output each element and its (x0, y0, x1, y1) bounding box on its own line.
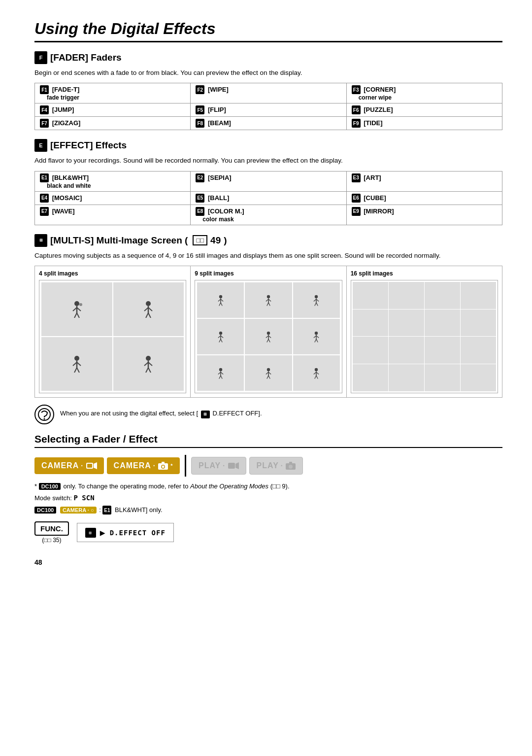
svg-line-5 (77, 313, 79, 318)
svg-rect-83 (87, 464, 92, 468)
fader-icon: F (34, 51, 47, 64)
page-ref-num: 49 (210, 235, 221, 246)
effect-header: E [EFFECT] Effects (34, 139, 502, 152)
svg-line-53 (267, 339, 268, 342)
tip-text: When you are not using the digital effec… (60, 405, 262, 418)
colorm-label: [COLOR M.] (208, 207, 244, 214)
effect-item-7: E7 [WAVE] (35, 205, 191, 225)
fader-item-7: F7 [ZIGZAG] (35, 117, 191, 130)
corner-sub: corner wipe (352, 94, 497, 101)
svg-point-19 (146, 356, 151, 361)
f3-badge: F3 (352, 85, 361, 94)
play-photo-button[interactable]: PLAY · (249, 457, 303, 475)
blkwht-label: [BLK&WHT] (52, 173, 89, 181)
dc100-camera-note: DC100 CAMERA · ○ : E1 BLK&WHT] only. (34, 506, 502, 515)
effect-item-9: E9 [MIRROR] (346, 205, 502, 225)
effect-description: Add flavor to your recordings. Sound wil… (34, 156, 502, 166)
svg-line-24 (148, 368, 151, 373)
f8-badge: F8 (196, 119, 204, 128)
fader-item-9: F9 [TIDE] (346, 117, 502, 130)
split-cell (41, 282, 112, 336)
split-cell (353, 309, 388, 337)
asterisk: * (170, 463, 173, 469)
camera-photo-label: CAMERA (114, 461, 151, 470)
svg-point-61 (219, 368, 222, 371)
table-row: F1 [FADE-T] fade trigger F2 [WIPE] F3 [C… (35, 83, 502, 103)
f4-badge: F4 (40, 105, 49, 114)
multi-description: Captures moving subjects as a sequence o… (34, 251, 502, 261)
effect-item-2: E2 [SEPIA] (191, 171, 346, 191)
wipe-label: [WIPE] (208, 86, 229, 93)
puzzle-label: [PUZZLE] (364, 106, 393, 113)
split-cell (293, 282, 340, 318)
page-title: Using the Digital Effects (34, 20, 502, 42)
camera-mode-badge: CAMERA · ○ (60, 507, 97, 514)
split-cell (353, 364, 388, 391)
camera-dot: · (153, 462, 155, 470)
split-cell (41, 337, 112, 391)
effect-item-3: E3 [ART] (346, 171, 502, 191)
jump-label: [JUMP] (52, 106, 74, 113)
ball-label: [BALL] (208, 194, 229, 201)
svg-line-72 (268, 376, 270, 378)
tide-label: [TIDE] (364, 119, 382, 127)
svg-line-36 (268, 303, 270, 306)
play-video-button[interactable]: PLAY · (191, 457, 246, 475)
table-row: F4 [JUMP] F5 [FLIP] F6 [PUZZLE] (35, 103, 502, 117)
split-cell (245, 355, 292, 391)
svg-line-47 (219, 339, 221, 342)
fader-header: F [FADER] Faders (34, 51, 502, 64)
svg-point-87 (162, 466, 165, 468)
effect-item-1: E1 [BLK&WHT] black and white (35, 171, 191, 191)
zigzag-label: [ZIGZAG] (52, 119, 81, 127)
split-cell (389, 309, 424, 337)
svg-line-41 (315, 303, 316, 306)
split-cell (461, 364, 496, 391)
split-cell (461, 309, 496, 337)
split-cell (197, 319, 244, 354)
e6-badge: E6 (352, 194, 361, 203)
split-cell (425, 309, 460, 337)
table-row: E4 [MOSAIC] E5 [BALL] E6 [CUBE] (35, 191, 502, 205)
fade-t-label: [FADE-T] (52, 86, 80, 93)
deffect-icon: ⊞ (201, 411, 210, 418)
split-cell (245, 319, 292, 354)
f1-badge: F1 (40, 85, 49, 94)
svg-line-29 (219, 303, 221, 306)
split-panel-16: 16 split images (347, 266, 502, 397)
fader-item-4: F4 [JUMP] (35, 103, 191, 117)
camera-photo-button[interactable]: CAMERA · * (107, 457, 180, 474)
split-cell (113, 337, 184, 391)
wave-label: [WAVE] (52, 207, 75, 214)
fader-title: [FADER] Faders (50, 52, 122, 63)
fade-t-sub: fade trigger (40, 94, 185, 101)
e4-badge: E4 (40, 194, 49, 203)
camera-video-button[interactable]: CAMERA · (34, 457, 104, 474)
about-modes-ref: About the Operating Modes (190, 482, 268, 490)
e3-badge: E3 (352, 173, 361, 182)
sepia-label: [SEPIA] (208, 173, 232, 181)
split-cell (389, 282, 424, 309)
svg-line-71 (267, 376, 268, 378)
f5-badge: F5 (196, 105, 204, 114)
svg-line-23 (146, 368, 148, 373)
split-cell (197, 282, 244, 318)
art-label: [ART] (364, 173, 381, 181)
func-section: FUNC. (□□ 35) ⊞ ▶ D.EFFECT OFF (34, 521, 502, 544)
arrow-symbol: ▶ (100, 527, 106, 538)
svg-rect-85 (162, 462, 165, 464)
split-cell (293, 319, 340, 354)
p-scn-label: P SCN (73, 494, 94, 502)
tip-box: When you are not using the digital effec… (34, 405, 502, 424)
play-dot: · (223, 462, 225, 470)
f2-badge: F2 (196, 85, 204, 94)
flip-label: [FLIP] (208, 106, 226, 113)
svg-line-17 (74, 368, 77, 373)
play-video-label: PLAY (199, 461, 221, 470)
func-label: FUNC. (40, 524, 63, 533)
split-cell (425, 337, 460, 364)
e5-badge: E5 (196, 194, 204, 203)
svg-line-77 (315, 376, 316, 378)
split-cell (425, 364, 460, 391)
svg-point-37 (315, 295, 318, 298)
